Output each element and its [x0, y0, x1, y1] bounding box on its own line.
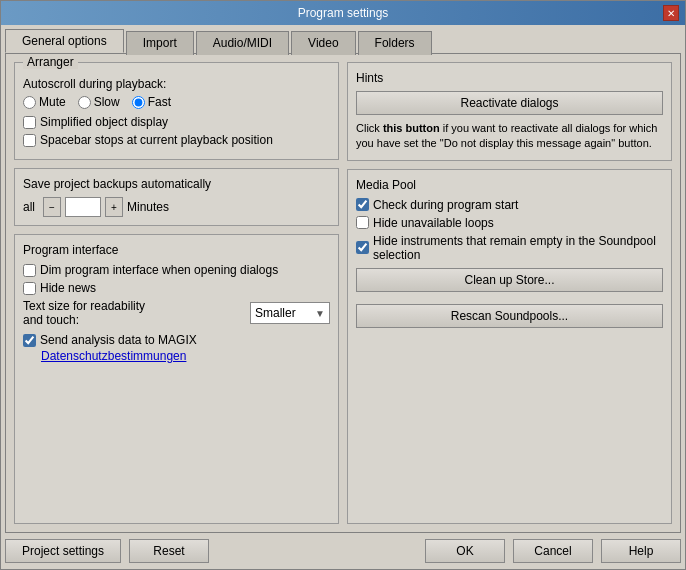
check-startup-checkbox[interactable]: Check during program start	[356, 198, 663, 212]
send-analysis-input[interactable]	[23, 334, 36, 347]
tab-video[interactable]: Video	[291, 31, 355, 55]
arranger-section: Arranger Autoscroll during playback: Mut…	[14, 62, 339, 160]
tab-audio-midi[interactable]: Audio/MIDI	[196, 31, 289, 55]
close-button[interactable]: ✕	[663, 5, 679, 21]
media-pool-title: Media Pool	[356, 178, 663, 192]
hints-section: Hints Reactivate dialogs Click this butt…	[347, 62, 672, 161]
send-analysis-row: Send analysis data to MAGIX	[23, 333, 330, 347]
text-size-select[interactable]: Smaller ▼	[250, 302, 330, 324]
dim-interface-input[interactable]	[23, 264, 36, 277]
arranger-title: Arranger	[23, 55, 78, 69]
program-interface-section: Program interface Dim program interface …	[14, 234, 339, 524]
help-button[interactable]: Help	[601, 539, 681, 563]
backup-increment-button[interactable]: +	[105, 197, 123, 217]
radio-slow-input[interactable]	[78, 96, 91, 109]
datenschutz-link[interactable]: Datenschutzbestimmungen	[41, 349, 186, 363]
spacebar-stops-input[interactable]	[23, 134, 36, 147]
send-analysis-checkbox[interactable]: Send analysis data to MAGIX	[23, 333, 197, 347]
backup-suffix: Minutes	[127, 200, 169, 214]
program-settings-window: Program settings ✕ General options Impor…	[0, 0, 686, 570]
cancel-button[interactable]: Cancel	[513, 539, 593, 563]
hide-instruments-checkbox[interactable]: Hide instruments that remain empty in th…	[356, 234, 663, 262]
rescan-soundpools-button[interactable]: Rescan Soundpools...	[356, 304, 663, 328]
reactivate-dialogs-button[interactable]: Reactivate dialogs	[356, 91, 663, 115]
autoscroll-radio-group: Mute Slow Fast	[23, 95, 330, 109]
autoscroll-label: Autoscroll during playback:	[23, 77, 330, 91]
hints-title: Hints	[356, 71, 663, 85]
tab-folders[interactable]: Folders	[358, 31, 432, 55]
simplified-object-display-input[interactable]	[23, 116, 36, 129]
radio-fast[interactable]: Fast	[132, 95, 171, 109]
project-settings-button[interactable]: Project settings	[5, 539, 121, 563]
radio-fast-input[interactable]	[132, 96, 145, 109]
hide-instruments-input[interactable]	[356, 241, 369, 254]
cleanup-store-button[interactable]: Clean up Store...	[356, 268, 663, 292]
backup-section: Save project backups automatically all −…	[14, 168, 339, 226]
radio-mute[interactable]: Mute	[23, 95, 66, 109]
tab-bar: General options Import Audio/MIDI Video …	[1, 25, 685, 53]
simplified-object-display-checkbox[interactable]: Simplified object display	[23, 115, 330, 129]
tab-general[interactable]: General options	[5, 29, 124, 53]
select-arrow-icon: ▼	[315, 308, 325, 319]
text-size-label: Text size for readabilityand touch:	[23, 299, 242, 327]
backup-decrement-button[interactable]: −	[43, 197, 61, 217]
rescan-btn-row: Rescan Soundpools...	[356, 304, 663, 334]
hide-unavailable-input[interactable]	[356, 216, 369, 229]
radio-mute-input[interactable]	[23, 96, 36, 109]
hide-unavailable-checkbox[interactable]: Hide unavailable loops	[356, 216, 663, 230]
backup-prefix: all	[23, 200, 35, 214]
reset-button[interactable]: Reset	[129, 539, 209, 563]
cleanup-btn-row: Clean up Store...	[356, 268, 663, 298]
hide-news-input[interactable]	[23, 282, 36, 295]
window-title: Program settings	[23, 6, 663, 20]
ok-button[interactable]: OK	[425, 539, 505, 563]
left-panel: Arranger Autoscroll during playback: Mut…	[14, 62, 339, 524]
text-size-row: Text size for readabilityand touch: Smal…	[23, 299, 330, 327]
program-interface-title: Program interface	[23, 243, 330, 257]
dim-interface-checkbox[interactable]: Dim program interface when opening dialo…	[23, 263, 330, 277]
tab-import[interactable]: Import	[126, 31, 194, 55]
backup-value-input[interactable]: 10	[65, 197, 101, 217]
hide-news-checkbox[interactable]: Hide news	[23, 281, 330, 295]
backup-controls: all − 10 + Minutes	[23, 197, 330, 217]
radio-slow[interactable]: Slow	[78, 95, 120, 109]
spacebar-stops-checkbox[interactable]: Spacebar stops at current playback posit…	[23, 133, 330, 147]
hints-text: Click this button if you want to reactiv…	[356, 121, 663, 152]
title-bar: Program settings ✕	[1, 1, 685, 25]
check-startup-input[interactable]	[356, 198, 369, 211]
bottom-bar: Project settings Reset OK Cancel Help	[1, 533, 685, 569]
right-panel: Hints Reactivate dialogs Click this butt…	[347, 62, 672, 524]
bottom-left-buttons: Project settings Reset	[5, 539, 209, 563]
backup-title: Save project backups automatically	[23, 177, 330, 191]
media-pool-section: Media Pool Check during program start Hi…	[347, 169, 672, 524]
main-content: Arranger Autoscroll during playback: Mut…	[5, 53, 681, 533]
bottom-right-buttons: OK Cancel Help	[425, 539, 681, 563]
